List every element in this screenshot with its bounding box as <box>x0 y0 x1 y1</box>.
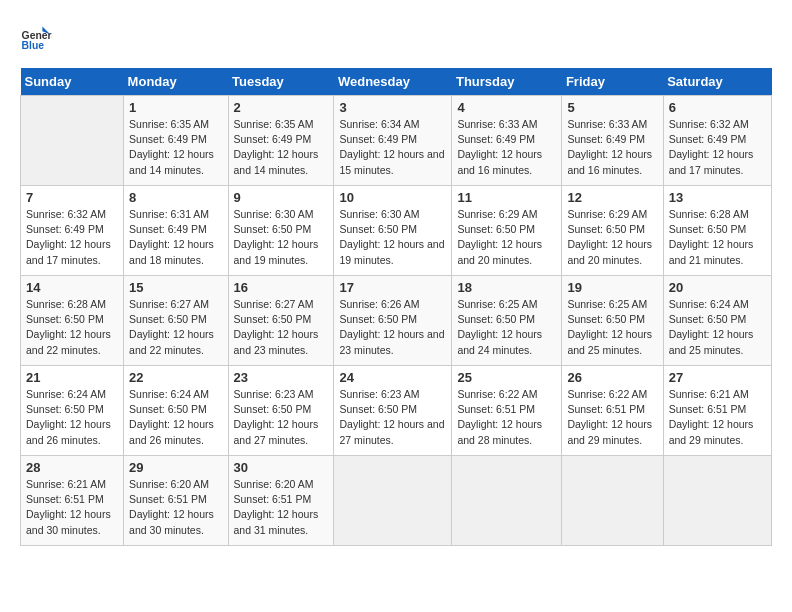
calendar-week-4: 21 Sunrise: 6:24 AMSunset: 6:50 PMDaylig… <box>21 366 772 456</box>
day-number: 17 <box>339 280 446 295</box>
calendar-week-5: 28 Sunrise: 6:21 AMSunset: 6:51 PMDaylig… <box>21 456 772 546</box>
day-number: 15 <box>129 280 222 295</box>
day-number: 14 <box>26 280 118 295</box>
day-info: Sunrise: 6:27 AMSunset: 6:50 PMDaylight:… <box>234 298 319 356</box>
day-info: Sunrise: 6:33 AMSunset: 6:49 PMDaylight:… <box>567 118 652 176</box>
day-number: 30 <box>234 460 329 475</box>
day-number: 12 <box>567 190 657 205</box>
calendar-cell <box>562 456 663 546</box>
day-info: Sunrise: 6:26 AMSunset: 6:50 PMDaylight:… <box>339 298 444 356</box>
calendar-cell: 9 Sunrise: 6:30 AMSunset: 6:50 PMDayligh… <box>228 186 334 276</box>
calendar-cell: 22 Sunrise: 6:24 AMSunset: 6:50 PMDaylig… <box>124 366 228 456</box>
day-number: 19 <box>567 280 657 295</box>
day-info: Sunrise: 6:35 AMSunset: 6:49 PMDaylight:… <box>234 118 319 176</box>
day-number: 26 <box>567 370 657 385</box>
calendar-cell: 16 Sunrise: 6:27 AMSunset: 6:50 PMDaylig… <box>228 276 334 366</box>
day-info: Sunrise: 6:35 AMSunset: 6:49 PMDaylight:… <box>129 118 214 176</box>
day-info: Sunrise: 6:32 AMSunset: 6:49 PMDaylight:… <box>669 118 754 176</box>
calendar-cell: 14 Sunrise: 6:28 AMSunset: 6:50 PMDaylig… <box>21 276 124 366</box>
day-info: Sunrise: 6:32 AMSunset: 6:49 PMDaylight:… <box>26 208 111 266</box>
calendar-cell: 1 Sunrise: 6:35 AMSunset: 6:49 PMDayligh… <box>124 96 228 186</box>
calendar-cell: 21 Sunrise: 6:24 AMSunset: 6:50 PMDaylig… <box>21 366 124 456</box>
day-info: Sunrise: 6:29 AMSunset: 6:50 PMDaylight:… <box>457 208 542 266</box>
logo-icon: General Blue <box>20 20 52 52</box>
calendar-cell: 10 Sunrise: 6:30 AMSunset: 6:50 PMDaylig… <box>334 186 452 276</box>
day-number: 24 <box>339 370 446 385</box>
day-info: Sunrise: 6:28 AMSunset: 6:50 PMDaylight:… <box>669 208 754 266</box>
day-number: 1 <box>129 100 222 115</box>
calendar-cell: 13 Sunrise: 6:28 AMSunset: 6:50 PMDaylig… <box>663 186 771 276</box>
calendar-cell: 19 Sunrise: 6:25 AMSunset: 6:50 PMDaylig… <box>562 276 663 366</box>
day-number: 3 <box>339 100 446 115</box>
weekday-monday: Monday <box>124 68 228 96</box>
calendar-cell: 23 Sunrise: 6:23 AMSunset: 6:50 PMDaylig… <box>228 366 334 456</box>
day-info: Sunrise: 6:23 AMSunset: 6:50 PMDaylight:… <box>339 388 444 446</box>
day-info: Sunrise: 6:30 AMSunset: 6:50 PMDaylight:… <box>234 208 319 266</box>
day-info: Sunrise: 6:20 AMSunset: 6:51 PMDaylight:… <box>129 478 214 536</box>
calendar-week-3: 14 Sunrise: 6:28 AMSunset: 6:50 PMDaylig… <box>21 276 772 366</box>
day-info: Sunrise: 6:27 AMSunset: 6:50 PMDaylight:… <box>129 298 214 356</box>
day-number: 27 <box>669 370 766 385</box>
calendar-week-2: 7 Sunrise: 6:32 AMSunset: 6:49 PMDayligh… <box>21 186 772 276</box>
calendar-cell: 30 Sunrise: 6:20 AMSunset: 6:51 PMDaylig… <box>228 456 334 546</box>
day-info: Sunrise: 6:31 AMSunset: 6:49 PMDaylight:… <box>129 208 214 266</box>
calendar-table: SundayMondayTuesdayWednesdayThursdayFrid… <box>20 68 772 546</box>
calendar-cell: 29 Sunrise: 6:20 AMSunset: 6:51 PMDaylig… <box>124 456 228 546</box>
day-info: Sunrise: 6:20 AMSunset: 6:51 PMDaylight:… <box>234 478 319 536</box>
calendar-cell: 6 Sunrise: 6:32 AMSunset: 6:49 PMDayligh… <box>663 96 771 186</box>
calendar-cell <box>663 456 771 546</box>
day-number: 22 <box>129 370 222 385</box>
day-number: 21 <box>26 370 118 385</box>
day-number: 25 <box>457 370 556 385</box>
calendar-cell: 24 Sunrise: 6:23 AMSunset: 6:50 PMDaylig… <box>334 366 452 456</box>
calendar-cell: 15 Sunrise: 6:27 AMSunset: 6:50 PMDaylig… <box>124 276 228 366</box>
calendar-cell: 12 Sunrise: 6:29 AMSunset: 6:50 PMDaylig… <box>562 186 663 276</box>
day-number: 23 <box>234 370 329 385</box>
day-info: Sunrise: 6:28 AMSunset: 6:50 PMDaylight:… <box>26 298 111 356</box>
logo: General Blue <box>20 20 52 52</box>
calendar-cell: 8 Sunrise: 6:31 AMSunset: 6:49 PMDayligh… <box>124 186 228 276</box>
weekday-friday: Friday <box>562 68 663 96</box>
day-number: 29 <box>129 460 222 475</box>
day-number: 4 <box>457 100 556 115</box>
day-info: Sunrise: 6:25 AMSunset: 6:50 PMDaylight:… <box>567 298 652 356</box>
day-info: Sunrise: 6:34 AMSunset: 6:49 PMDaylight:… <box>339 118 444 176</box>
day-number: 18 <box>457 280 556 295</box>
day-info: Sunrise: 6:24 AMSunset: 6:50 PMDaylight:… <box>129 388 214 446</box>
day-info: Sunrise: 6:22 AMSunset: 6:51 PMDaylight:… <box>567 388 652 446</box>
day-number: 9 <box>234 190 329 205</box>
calendar-cell: 3 Sunrise: 6:34 AMSunset: 6:49 PMDayligh… <box>334 96 452 186</box>
day-number: 11 <box>457 190 556 205</box>
day-info: Sunrise: 6:29 AMSunset: 6:50 PMDaylight:… <box>567 208 652 266</box>
day-number: 6 <box>669 100 766 115</box>
day-info: Sunrise: 6:24 AMSunset: 6:50 PMDaylight:… <box>26 388 111 446</box>
calendar-cell: 28 Sunrise: 6:21 AMSunset: 6:51 PMDaylig… <box>21 456 124 546</box>
calendar-cell <box>21 96 124 186</box>
day-info: Sunrise: 6:23 AMSunset: 6:50 PMDaylight:… <box>234 388 319 446</box>
day-info: Sunrise: 6:24 AMSunset: 6:50 PMDaylight:… <box>669 298 754 356</box>
day-number: 8 <box>129 190 222 205</box>
calendar-cell: 5 Sunrise: 6:33 AMSunset: 6:49 PMDayligh… <box>562 96 663 186</box>
day-info: Sunrise: 6:30 AMSunset: 6:50 PMDaylight:… <box>339 208 444 266</box>
weekday-sunday: Sunday <box>21 68 124 96</box>
day-number: 28 <box>26 460 118 475</box>
day-info: Sunrise: 6:22 AMSunset: 6:51 PMDaylight:… <box>457 388 542 446</box>
svg-text:Blue: Blue <box>22 40 45 51</box>
day-number: 7 <box>26 190 118 205</box>
day-info: Sunrise: 6:25 AMSunset: 6:50 PMDaylight:… <box>457 298 542 356</box>
calendar-cell <box>452 456 562 546</box>
calendar-cell: 20 Sunrise: 6:24 AMSunset: 6:50 PMDaylig… <box>663 276 771 366</box>
calendar-cell: 25 Sunrise: 6:22 AMSunset: 6:51 PMDaylig… <box>452 366 562 456</box>
day-number: 5 <box>567 100 657 115</box>
page-header: General Blue <box>20 20 772 52</box>
day-number: 2 <box>234 100 329 115</box>
calendar-week-1: 1 Sunrise: 6:35 AMSunset: 6:49 PMDayligh… <box>21 96 772 186</box>
weekday-saturday: Saturday <box>663 68 771 96</box>
calendar-cell: 27 Sunrise: 6:21 AMSunset: 6:51 PMDaylig… <box>663 366 771 456</box>
day-info: Sunrise: 6:21 AMSunset: 6:51 PMDaylight:… <box>26 478 111 536</box>
day-number: 20 <box>669 280 766 295</box>
day-number: 16 <box>234 280 329 295</box>
day-info: Sunrise: 6:33 AMSunset: 6:49 PMDaylight:… <box>457 118 542 176</box>
calendar-cell <box>334 456 452 546</box>
weekday-tuesday: Tuesday <box>228 68 334 96</box>
